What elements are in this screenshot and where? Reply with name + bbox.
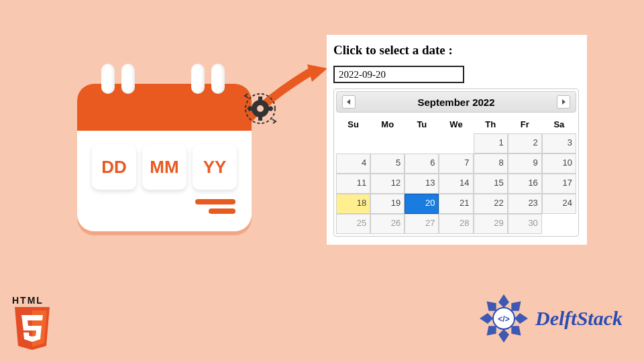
- prev-month-button[interactable]: [342, 95, 356, 109]
- svg-rect-4: [258, 97, 262, 101]
- svg-marker-19: [498, 329, 509, 343]
- yy-label: YY: [193, 144, 237, 190]
- day-cell-empty: [370, 133, 405, 154]
- day-cell[interactable]: 19: [370, 194, 405, 214]
- dow-header: Mo: [370, 115, 405, 133]
- html5-shield-icon: [12, 307, 52, 351]
- day-cell[interactable]: 3: [542, 133, 576, 154]
- day-cell[interactable]: 1: [474, 133, 508, 154]
- svg-marker-14: [21, 315, 43, 342]
- day-cell[interactable]: 28: [439, 214, 473, 234]
- day-cell[interactable]: 15: [474, 174, 508, 194]
- svg-rect-5: [258, 117, 262, 121]
- svg-marker-11: [562, 99, 566, 105]
- day-cell[interactable]: 8: [474, 154, 508, 174]
- svg-marker-0: [307, 64, 327, 82]
- html5-logo: HTML: [12, 295, 64, 354]
- panel-title: Click to select a date :: [333, 43, 580, 58]
- day-cell[interactable]: 18: [336, 194, 370, 214]
- delftstack-emblem-icon: </>: [478, 292, 530, 345]
- day-cell-empty: [542, 214, 576, 234]
- day-cell-empty: [336, 133, 370, 154]
- dow-header: Su: [336, 115, 370, 133]
- datepicker-panel: Click to select a date : September 2022 …: [327, 35, 587, 245]
- month-title: September 2022: [417, 97, 494, 108]
- day-cell[interactable]: 7: [439, 154, 473, 174]
- svg-marker-10: [347, 99, 350, 105]
- svg-text:</>: </>: [498, 314, 509, 324]
- day-cell[interactable]: 14: [439, 174, 473, 194]
- day-cell[interactable]: 11: [336, 174, 370, 194]
- day-cell[interactable]: 4: [336, 154, 370, 174]
- dow-header: Fr: [508, 115, 542, 133]
- dow-header: Tu: [405, 115, 439, 133]
- day-cell[interactable]: 5: [370, 154, 405, 174]
- day-cell[interactable]: 25: [336, 214, 370, 234]
- date-input[interactable]: [333, 66, 464, 83]
- day-cell[interactable]: 21: [439, 194, 473, 214]
- day-cell[interactable]: 20: [405, 194, 439, 214]
- delftstack-logo: </> DelftStack: [478, 292, 623, 345]
- dow-header: Th: [474, 115, 508, 133]
- arrow-icon: [228, 63, 335, 137]
- day-cell[interactable]: 12: [370, 174, 405, 194]
- svg-marker-17: [515, 313, 528, 324]
- dd-label: DD: [92, 144, 136, 190]
- day-cell[interactable]: 13: [405, 174, 439, 194]
- day-cell[interactable]: 6: [405, 154, 439, 174]
- datepicker-widget: September 2022 SuMoTuWeThFrSa 1234567891…: [333, 88, 579, 237]
- mm-label: MM: [142, 144, 186, 190]
- dow-header: Sa: [542, 115, 576, 133]
- next-month-button[interactable]: [557, 95, 570, 109]
- day-cell[interactable]: 23: [508, 194, 542, 214]
- dow-header: We: [439, 115, 473, 133]
- day-cell[interactable]: 27: [405, 214, 439, 234]
- svg-marker-21: [480, 313, 493, 324]
- day-cell[interactable]: 9: [508, 154, 542, 174]
- day-cell[interactable]: 16: [508, 174, 542, 194]
- day-cell[interactable]: 26: [370, 214, 405, 234]
- day-cell[interactable]: 30: [508, 214, 542, 234]
- chevron-right-icon: [561, 99, 566, 105]
- day-cell[interactable]: 29: [474, 214, 508, 234]
- delftstack-label: DelftStack: [535, 307, 623, 330]
- day-cell[interactable]: 22: [474, 194, 508, 214]
- day-cell[interactable]: 17: [542, 174, 576, 194]
- day-cell[interactable]: 10: [542, 154, 576, 174]
- svg-point-3: [257, 105, 264, 112]
- calendar-illustration: DD MM YY: [77, 60, 252, 235]
- day-cell-empty: [405, 133, 439, 154]
- day-cell[interactable]: 2: [508, 133, 542, 154]
- day-cell-empty: [439, 133, 473, 154]
- svg-marker-15: [498, 294, 509, 308]
- day-cell[interactable]: 24: [542, 194, 576, 214]
- html5-label: HTML: [12, 295, 64, 306]
- chevron-left-icon: [346, 99, 352, 105]
